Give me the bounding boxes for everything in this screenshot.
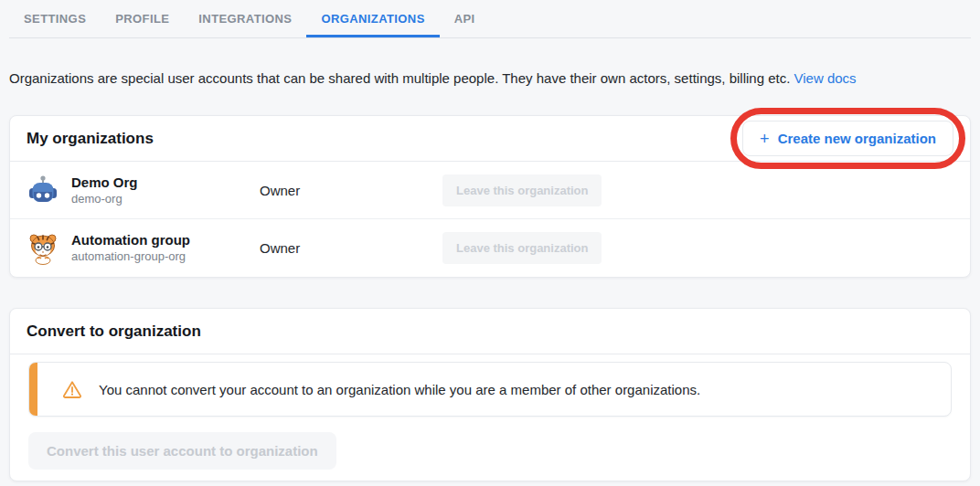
org-name: Automation group <box>71 232 190 248</box>
org-name-block: Automation group automation-group-org <box>71 232 190 264</box>
leave-organization-button[interactable]: Leave this organization <box>442 174 602 206</box>
org-slug: demo-org <box>71 192 138 206</box>
convert-to-organization-card: Convert to organization You cannot conve… <box>9 308 971 481</box>
tiger-avatar-icon <box>27 232 59 265</box>
tab-api[interactable]: API <box>440 0 490 37</box>
warning-content: You cannot convert your account to an or… <box>37 363 715 416</box>
tab-organizations[interactable]: ORGANIZATIONS <box>306 0 439 37</box>
my-organizations-header: My organizations + Create new organizati… <box>10 116 970 162</box>
robot-avatar-icon <box>27 174 59 206</box>
convert-title: Convert to organization <box>27 322 201 341</box>
view-docs-link[interactable]: View docs <box>794 70 857 86</box>
settings-tab-bar: SETTINGS PROFILE INTEGRATIONS ORGANIZATI… <box>9 0 971 38</box>
create-new-organization-label: Create new organization <box>778 131 936 146</box>
create-new-organization-button[interactable]: + Create new organization <box>742 121 953 156</box>
org-row-automation-group: Automation group automation-group-org Ow… <box>10 219 970 277</box>
org-name: Demo Org <box>71 174 138 191</box>
my-organizations-title: My organizations <box>27 130 154 148</box>
organizations-intro: Organizations are special user accounts … <box>9 69 971 88</box>
tab-integrations[interactable]: INTEGRATIONS <box>184 0 306 37</box>
org-name-block: Demo Org demo-org <box>71 174 138 206</box>
tab-settings[interactable]: SETTINGS <box>9 0 101 37</box>
warning-accent-bar <box>29 363 37 416</box>
warning-text: You cannot convert your account to an or… <box>99 382 700 397</box>
create-organization-wrapper: + Create new organization <box>742 121 953 156</box>
plus-icon: + <box>760 132 770 145</box>
my-organizations-card: My organizations + Create new organizati… <box>9 115 971 278</box>
org-identity: Automation group automation-group-org <box>27 232 260 265</box>
leave-organization-button[interactable]: Leave this organization <box>442 232 602 264</box>
org-role: Owner <box>260 183 442 198</box>
convert-header: Convert to organization <box>10 309 970 354</box>
warning-triangle-icon <box>61 378 83 400</box>
organizations-intro-text: Organizations are special user accounts … <box>9 70 790 86</box>
convert-body: You cannot convert your account to an or… <box>10 354 970 481</box>
convert-account-button[interactable]: Convert this user account to organizatio… <box>28 432 336 470</box>
org-identity: Demo Org demo-org <box>27 174 260 206</box>
org-role: Owner <box>260 240 442 256</box>
org-slug: automation-group-org <box>71 249 190 264</box>
org-row-demo-org: Demo Org demo-org Owner Leave this organ… <box>10 162 970 219</box>
tab-profile[interactable]: PROFILE <box>101 0 184 37</box>
warning-banner: You cannot convert your account to an or… <box>28 362 952 417</box>
